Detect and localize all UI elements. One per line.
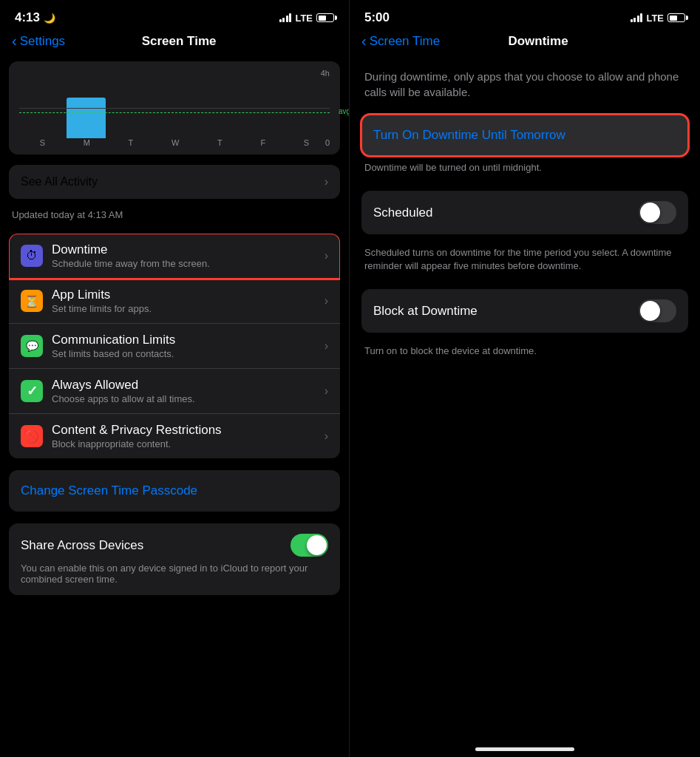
block-at-downtime-card: Block at Downtime	[361, 289, 688, 333]
downtime-title: Downtime	[52, 242, 324, 257]
always-allowed-subtitle: Choose apps to allow at all times.	[52, 393, 324, 404]
right-nav-bar: ‹ Screen Time Downtime	[350, 30, 700, 57]
chevron-left-icon: ‹	[361, 33, 367, 50]
communication-limits-row[interactable]: 💬 Communication Limits Set limits based …	[9, 324, 340, 369]
avg-line: avg	[19, 112, 330, 113]
chevron-right-icon: ›	[324, 384, 328, 398]
app-limits-content: App Limits Set time limits for apps.	[52, 288, 324, 314]
share-across-devices-card: Share Across Devices You can enable this…	[9, 523, 340, 595]
downtime-subtitle: Schedule time away from the screen.	[52, 258, 324, 269]
right-panel: 5:00 LTE ‹ Screen Time Downtime During d…	[350, 0, 700, 757]
chevron-right-icon: ›	[324, 339, 328, 353]
bar-f	[243, 138, 283, 138]
left-status-bar: 4:13 🌙 LTE	[0, 0, 349, 30]
turn-on-downtime-button[interactable]: Turn On Downtime Until Tomorrow	[361, 115, 688, 156]
right-status-icons: LTE	[631, 13, 685, 24]
scheduled-toggle[interactable]	[639, 201, 676, 224]
signal-icon	[279, 13, 292, 22]
communication-subtitle: Set limits based on contacts.	[52, 348, 324, 359]
back-label: Settings	[20, 34, 65, 49]
downtime-action-label: Turn On Downtime Until Tomorrow	[373, 128, 565, 142]
bar-w	[154, 138, 194, 138]
block-description: Turn on to block the device at downtime.	[350, 339, 700, 368]
see-all-card: See All Activity ›	[9, 165, 340, 199]
downtime-icon: ⏱	[21, 245, 43, 267]
scheduled-label: Scheduled	[373, 206, 432, 220]
always-allowed-row[interactable]: ✓ Always Allowed Choose apps to allow at…	[9, 369, 340, 414]
lte-label: LTE	[646, 13, 664, 24]
app-limits-row[interactable]: ⏳ App Limits Set time limits for apps. ›	[9, 279, 340, 324]
communication-content: Communication Limits Set limits based on…	[52, 333, 324, 359]
home-indicator	[475, 747, 574, 751]
lte-label: LTE	[295, 13, 313, 24]
scheduled-card: Scheduled	[361, 191, 688, 234]
passcode-label: Change Screen Time Passcode	[21, 483, 197, 498]
left-status-icons: LTE	[279, 13, 334, 24]
share-title: Share Across Devices	[21, 538, 143, 553]
back-button[interactable]: ‹ Settings	[12, 33, 65, 50]
share-subtitle: You can enable this on any device signed…	[21, 563, 328, 585]
menu-card: ⏱ Downtime Schedule time away from the s…	[9, 234, 340, 458]
left-time: 4:13	[15, 10, 40, 25]
app-limits-subtitle: Set time limits for apps.	[52, 303, 324, 314]
bar-s2	[287, 138, 327, 138]
downtime-row[interactable]: ⏱ Downtime Schedule time away from the s…	[9, 234, 340, 279]
see-all-label: See All Activity	[21, 175, 98, 189]
chevron-right-icon: ›	[324, 175, 328, 189]
scheduled-row: Scheduled	[361, 191, 688, 234]
always-allowed-icon: ✓	[21, 380, 43, 402]
chevron-right-icon: ›	[324, 249, 328, 262]
bar-t1	[110, 138, 150, 138]
chevron-left-icon: ‹	[12, 33, 17, 50]
communication-title: Communication Limits	[52, 333, 324, 347]
chart-grid-mid	[19, 108, 330, 109]
downtime-note: Downtime will be turned on until midnigh…	[350, 156, 700, 185]
bar-s1	[22, 138, 62, 138]
signal-icon	[631, 13, 643, 22]
chevron-right-icon: ›	[324, 294, 328, 308]
chart-bars	[19, 79, 330, 138]
downtime-description: During downtime, only apps that you choo…	[350, 57, 700, 112]
block-at-downtime-toggle[interactable]	[639, 299, 676, 322]
content-privacy-title: Content & Privacy Restrictions	[52, 423, 324, 438]
battery-icon	[667, 13, 685, 22]
chevron-right-icon: ›	[324, 430, 328, 443]
scheduled-description: Scheduled turns on downtime for the time…	[350, 240, 700, 283]
battery-icon	[316, 13, 334, 22]
always-allowed-content: Always Allowed Choose apps to allow at a…	[52, 378, 324, 404]
chart-top-label: 4h	[19, 69, 330, 78]
bar-t2	[199, 138, 239, 138]
communication-icon: 💬	[21, 335, 43, 357]
block-at-downtime-row: Block at Downtime	[361, 289, 688, 333]
updated-text: Updated today at 4:13 AM	[0, 205, 349, 228]
change-passcode-button[interactable]: Change Screen Time Passcode	[9, 470, 340, 512]
bar-m	[67, 98, 106, 138]
right-time: 5:00	[364, 10, 390, 25]
always-allowed-title: Always Allowed	[52, 378, 324, 393]
app-limits-icon: ⏳	[21, 290, 43, 312]
share-row-header: Share Across Devices	[21, 534, 328, 557]
block-at-downtime-label: Block at Downtime	[373, 304, 478, 319]
left-panel: 4:13 🌙 LTE ‹ Settings Screen Time	[0, 0, 350, 757]
moon-icon: 🌙	[44, 13, 55, 24]
app-limits-title: App Limits	[52, 288, 324, 302]
activity-chart: 4h avg 0	[9, 61, 340, 155]
downtime-content: Downtime Schedule time away from the scr…	[52, 242, 324, 269]
avg-label: avg	[339, 107, 350, 115]
share-toggle[interactable]	[290, 534, 328, 557]
content-privacy-row[interactable]: 🚫 Content & Privacy Restrictions Block i…	[9, 414, 340, 458]
right-status-bar: 5:00 LTE	[350, 0, 700, 30]
back-to-screen-time[interactable]: ‹ Screen Time	[361, 33, 440, 50]
see-all-activity-row[interactable]: See All Activity ›	[9, 165, 340, 199]
back-label: Screen Time	[370, 34, 440, 49]
page-title: Screen Time	[65, 34, 293, 49]
left-nav-bar: ‹ Settings Screen Time	[0, 30, 349, 57]
right-page-title: Downtime	[440, 34, 636, 49]
content-privacy-icon: 🚫	[21, 425, 43, 447]
content-privacy-content: Content & Privacy Restrictions Block ina…	[52, 423, 324, 449]
chart-bottom-label: 0	[19, 138, 330, 147]
content-privacy-subtitle: Block inappropriate content.	[52, 438, 324, 449]
